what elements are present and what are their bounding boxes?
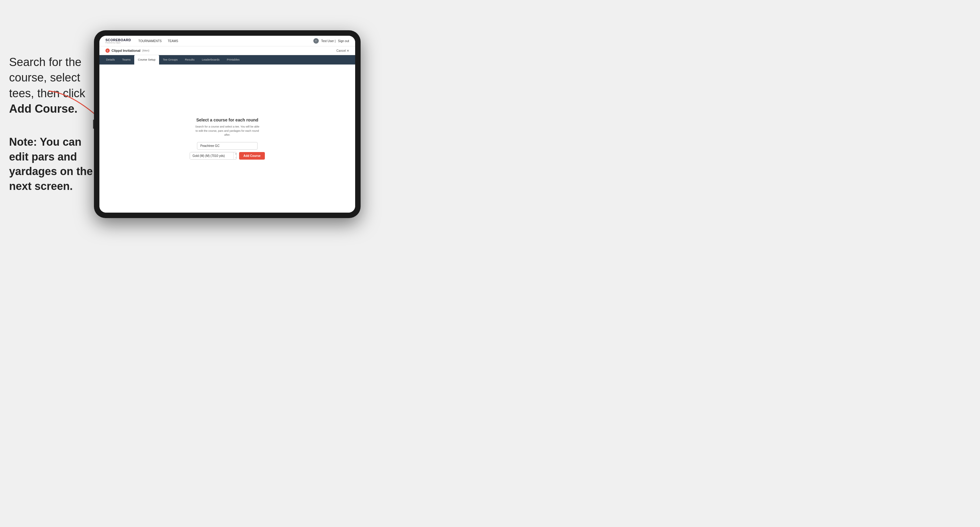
navbar-left: SCOREBOARD Powered by clippd TOURNAMENTS…: [105, 38, 178, 44]
tournament-tag: (Men): [142, 49, 150, 52]
tabs-nav: Details Teams Course Setup Tee Groups Re…: [99, 55, 355, 65]
tab-printables[interactable]: Printables: [223, 55, 243, 65]
course-search-input[interactable]: [197, 142, 258, 149]
navbar-right: T Test User | Sign out: [313, 38, 349, 44]
tournament-title: C Clippd Invitational (Men): [105, 48, 150, 53]
tablet-device: SCOREBOARD Powered by clippd TOURNAMENTS…: [94, 30, 361, 218]
tablet-side-button: [93, 120, 94, 129]
course-select-desc: Search for a course and select a tee. Yo…: [194, 125, 261, 137]
logo-text: SCOREBOARD: [105, 38, 131, 42]
user-label: Test User |: [321, 40, 336, 43]
nav-teams[interactable]: TEAMS: [168, 40, 178, 43]
tournament-logo: C: [105, 48, 110, 53]
annotation-note: Note: You can edit pars and yardages on …: [9, 135, 94, 194]
tee-clear-icon[interactable]: ✕: [235, 152, 237, 156]
tee-selector-row: ✕ ⌄ Add Course: [190, 152, 265, 160]
tab-teams[interactable]: Teams: [118, 55, 134, 65]
annotation-text: Search for the course, select tees, then…: [9, 54, 94, 117]
add-course-button[interactable]: Add Course: [239, 152, 265, 160]
main-content: Select a course for each round Search fo…: [99, 65, 355, 213]
tee-input-wrapper: ✕ ⌄: [190, 152, 237, 160]
sign-out-link[interactable]: Sign out: [338, 40, 349, 43]
tab-details[interactable]: Details: [102, 55, 118, 65]
cancel-button[interactable]: Cancel ✕: [336, 49, 349, 52]
logo-area: SCOREBOARD Powered by clippd: [105, 38, 131, 44]
tee-select-input[interactable]: [190, 152, 233, 159]
nav-tournaments[interactable]: TOURNAMENTS: [138, 40, 162, 43]
logo-sub: Powered by clippd: [105, 42, 131, 44]
tournament-header: C Clippd Invitational (Men) Cancel ✕: [99, 46, 355, 55]
tab-course-setup[interactable]: Course Setup: [134, 55, 159, 65]
tee-expand-icon[interactable]: ⌄: [235, 156, 237, 159]
tee-input-icons: ✕ ⌄: [233, 152, 237, 159]
navbar: SCOREBOARD Powered by clippd TOURNAMENTS…: [99, 36, 355, 46]
tab-leaderboards[interactable]: Leaderboards: [198, 55, 223, 65]
tablet-outer: SCOREBOARD Powered by clippd TOURNAMENTS…: [94, 30, 361, 218]
tab-results[interactable]: Results: [181, 55, 198, 65]
nav-links: TOURNAMENTS TEAMS: [138, 40, 178, 43]
annotation-area: Search for the course, select tees, then…: [9, 54, 94, 194]
course-select-title: Select a course for each round: [196, 117, 258, 122]
tournament-name: Clippd Invitational: [111, 49, 140, 52]
user-avatar: T: [313, 38, 319, 44]
tab-tee-groups[interactable]: Tee Groups: [159, 55, 181, 65]
tablet-screen: SCOREBOARD Powered by clippd TOURNAMENTS…: [99, 36, 355, 213]
